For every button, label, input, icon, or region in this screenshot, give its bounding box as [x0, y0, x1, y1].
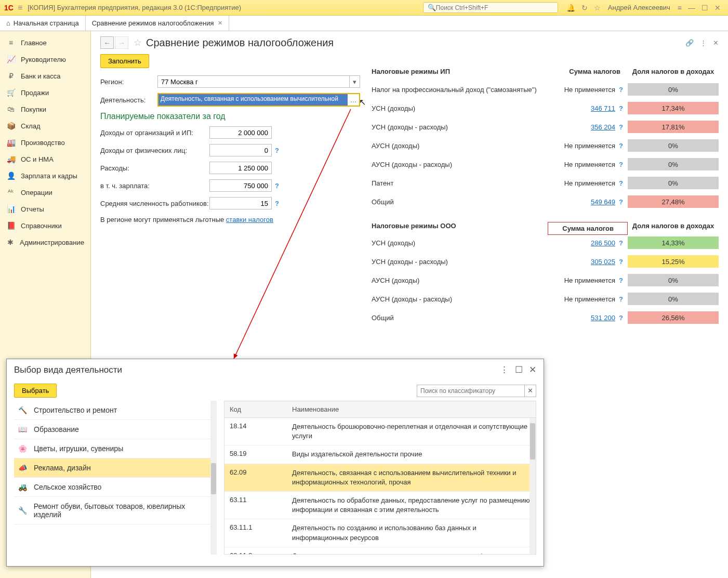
- maximize-icon[interactable]: ☐: [701, 4, 708, 12]
- tab-home[interactable]: ⌂ Начальная страница: [0, 16, 86, 31]
- ellipsis-icon[interactable]: …: [348, 94, 359, 106]
- favorite-icon[interactable]: ☆: [134, 37, 142, 48]
- minimize-icon[interactable]: —: [688, 4, 695, 12]
- help-icon[interactable]: ?: [617, 239, 625, 247]
- income-org-input[interactable]: [209, 126, 272, 139]
- category-item[interactable]: 🔨Строительство и ремонт: [14, 401, 217, 420]
- help-icon[interactable]: ?: [617, 277, 625, 284]
- scrollbar[interactable]: [210, 401, 217, 555]
- maximize-icon[interactable]: ☐: [515, 364, 523, 375]
- global-search[interactable]: 🔍: [423, 2, 558, 13]
- tax-share: 0%: [628, 274, 719, 286]
- expenses-input[interactable]: [209, 162, 272, 174]
- bell-icon[interactable]: 🔔: [566, 4, 575, 12]
- category-item[interactable]: 📖Образование: [14, 420, 217, 439]
- tab-close-icon[interactable]: ✕: [218, 20, 222, 27]
- help-icon[interactable]: ?: [617, 86, 625, 94]
- tax-name: АУСН (доходы - расходы): [372, 295, 545, 303]
- hamburger-icon[interactable]: ≡: [18, 3, 22, 12]
- code-name: Деятельность по созданию и использованию…: [287, 519, 536, 546]
- sidebar-item[interactable]: 📈Руководителю: [0, 51, 90, 68]
- help-icon[interactable]: ?: [275, 200, 279, 207]
- sidebar-icon: ✱: [6, 238, 15, 246]
- kebab-icon[interactable]: ⋮: [500, 364, 509, 375]
- history-icon[interactable]: ↻: [581, 4, 588, 12]
- tax-sum-link[interactable]: 549 649: [591, 198, 615, 206]
- category-item[interactable]: 🚜Сельское хозяйство: [14, 478, 217, 497]
- tab-compare[interactable]: Сравнение режимов налогообложения ✕: [86, 16, 230, 31]
- sidebar-item[interactable]: 📊Отчеты: [0, 201, 90, 217]
- sidebar-item[interactable]: ₽Банк и касса: [0, 68, 90, 84]
- tax-sum-link[interactable]: 305 025: [591, 258, 615, 266]
- fill-button[interactable]: Заполнить: [100, 54, 149, 68]
- code-name: Виды издательской деятельности прочие: [287, 445, 536, 463]
- sidebar-item[interactable]: ✱Администрирование: [0, 234, 90, 251]
- page-close-icon[interactable]: ✕: [713, 39, 719, 47]
- category-item[interactable]: 📣Реклама, дизайн: [14, 458, 217, 478]
- category-item[interactable]: 🌸Цветы, игрушки, сувениры: [14, 439, 217, 458]
- salary-input[interactable]: [209, 179, 272, 192]
- help-icon[interactable]: ?: [617, 123, 625, 131]
- tax-sum-link[interactable]: 286 500: [591, 239, 615, 247]
- code-row[interactable]: 18.14Деятельность брошюровочно-переплетн…: [224, 418, 536, 445]
- help-icon[interactable]: ?: [617, 161, 625, 168]
- nav-forward-button[interactable]: →: [115, 36, 128, 49]
- tax-sum-link[interactable]: 531 200: [591, 314, 615, 322]
- help-icon[interactable]: ?: [617, 142, 625, 150]
- user-name[interactable]: Андрей Алексеевич: [608, 4, 670, 11]
- code-row[interactable]: 63.11.1Деятельность по созданию и исполь…: [224, 519, 536, 547]
- code-row[interactable]: 62.09Деятельность, связанная с использов…: [224, 464, 536, 492]
- tax-row: Общий 549 649 ? 27,48%: [372, 194, 719, 209]
- tab-home-label: Начальная страница: [14, 19, 79, 27]
- choose-button[interactable]: Выбрать: [14, 384, 57, 398]
- help-icon[interactable]: ?: [617, 295, 625, 303]
- nav-back-button[interactable]: ←: [100, 36, 114, 49]
- tax-sum-link[interactable]: 346 711: [591, 104, 615, 112]
- sidebar-item[interactable]: ≡Главное: [0, 34, 90, 51]
- help-icon[interactable]: ?: [275, 182, 279, 190]
- tax-na: Не применяется: [564, 277, 615, 284]
- sidebar-item[interactable]: 👤Зарплата и кадры: [0, 167, 90, 184]
- help-icon[interactable]: ?: [617, 104, 625, 112]
- help-icon[interactable]: ?: [617, 258, 625, 266]
- sidebar-item[interactable]: 🛍Покупки: [0, 101, 90, 117]
- sidebar-item[interactable]: 🚚ОС и НМА: [0, 151, 90, 167]
- classifier-search[interactable]: ✕: [417, 385, 536, 397]
- category-label: Образование: [34, 425, 79, 434]
- global-search-input[interactable]: [436, 4, 553, 11]
- help-icon[interactable]: ?: [617, 179, 625, 187]
- sidebar-item[interactable]: 📕Справочники: [0, 217, 90, 234]
- sidebar-item[interactable]: ᴬᵏОперации: [0, 184, 90, 201]
- income-ind-input[interactable]: [209, 144, 272, 156]
- help-icon[interactable]: ?: [275, 147, 279, 154]
- category-item[interactable]: 🔧Ремонт обуви, бытовых товаров, ювелирны…: [14, 497, 217, 524]
- region-input[interactable]: [158, 76, 349, 87]
- tax-share: 27,48%: [628, 195, 719, 208]
- menu-icon[interactable]: ≡: [678, 4, 682, 12]
- tax-sum: Не применяется: [545, 161, 617, 168]
- classifier-search-input[interactable]: [417, 385, 524, 397]
- close-icon[interactable]: ✕: [714, 4, 721, 12]
- category-list[interactable]: 🔨Строительство и ремонт📖Образование🌸Цвет…: [14, 401, 217, 555]
- activity-select[interactable]: Деятельность, связанная с использованием…: [157, 93, 360, 107]
- star-icon[interactable]: ☆: [594, 4, 601, 12]
- code-row[interactable]: 63.11.9Деятельность по предоставлению ус…: [224, 547, 536, 555]
- kebab-icon[interactable]: ⋮: [700, 39, 707, 47]
- rates-link[interactable]: ставки налогов: [226, 216, 273, 224]
- help-icon[interactable]: ?: [617, 314, 625, 322]
- clear-icon[interactable]: ✕: [524, 385, 536, 397]
- code-row[interactable]: 63.11Деятельность по обработке данных, п…: [224, 492, 536, 519]
- scrollbar[interactable]: [530, 418, 536, 554]
- sidebar-item[interactable]: 🏭Производство: [0, 134, 90, 151]
- close-icon[interactable]: ✕: [529, 364, 536, 375]
- region-select[interactable]: ▾: [157, 75, 360, 88]
- sidebar-item[interactable]: 📦Склад: [0, 117, 90, 134]
- sidebar-item[interactable]: 🛒Продажи: [0, 84, 90, 101]
- employees-input[interactable]: [209, 197, 272, 209]
- tax-sum-link[interactable]: 356 204: [591, 123, 615, 131]
- sidebar-icon: 🛍: [6, 105, 16, 113]
- link-icon[interactable]: 🔗: [685, 39, 694, 47]
- help-icon[interactable]: ?: [617, 198, 625, 206]
- dropdown-icon[interactable]: ▾: [349, 76, 360, 87]
- code-row[interactable]: 58.19Виды издательской деятельности проч…: [224, 445, 536, 464]
